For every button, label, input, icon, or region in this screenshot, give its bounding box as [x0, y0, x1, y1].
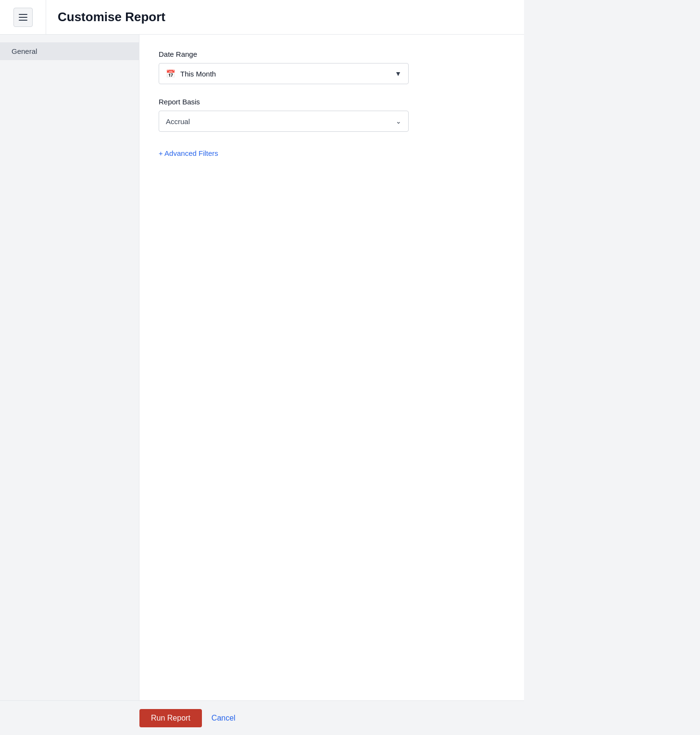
report-basis-chevron-icon: ⌄: [396, 117, 401, 125]
report-basis-label: Report Basis: [159, 98, 505, 106]
menu-icon-line1: [19, 14, 27, 15]
menu-btn-wrapper: [0, 0, 46, 34]
menu-button[interactable]: [13, 8, 33, 27]
footer: Run Report Cancel: [0, 700, 524, 735]
main-content: Date Range 📅 This Month ▼ Report Basis A…: [139, 35, 524, 700]
date-range-section: Date Range 📅 This Month ▼: [159, 50, 505, 84]
date-range-label: Date Range: [159, 50, 505, 58]
date-range-dropdown[interactable]: 📅 This Month ▼: [159, 63, 409, 84]
menu-icon-line2: [19, 17, 27, 18]
advanced-filters-section: + Advanced Filters: [159, 145, 505, 158]
date-range-left: 📅 This Month: [166, 69, 216, 78]
header: Customise Report: [0, 0, 524, 35]
cancel-button[interactable]: Cancel: [212, 714, 236, 722]
date-range-value: This Month: [180, 70, 216, 78]
report-basis-section: Report Basis Accrual ⌄: [159, 98, 505, 132]
calendar-icon: 📅: [166, 69, 175, 78]
report-basis-dropdown[interactable]: Accrual ⌄: [159, 111, 409, 132]
menu-icon-line3: [19, 20, 27, 21]
advanced-filters-link[interactable]: + Advanced Filters: [159, 149, 218, 157]
chevron-down-icon: ▼: [395, 70, 401, 77]
sidebar: General: [0, 35, 139, 700]
sidebar-item-general[interactable]: General: [0, 42, 139, 60]
report-basis-value: Accrual: [166, 117, 190, 126]
page-title: Customise Report: [46, 10, 165, 25]
run-report-button[interactable]: Run Report: [139, 709, 202, 727]
body-layout: General Date Range 📅 This Month ▼ Report…: [0, 35, 524, 700]
